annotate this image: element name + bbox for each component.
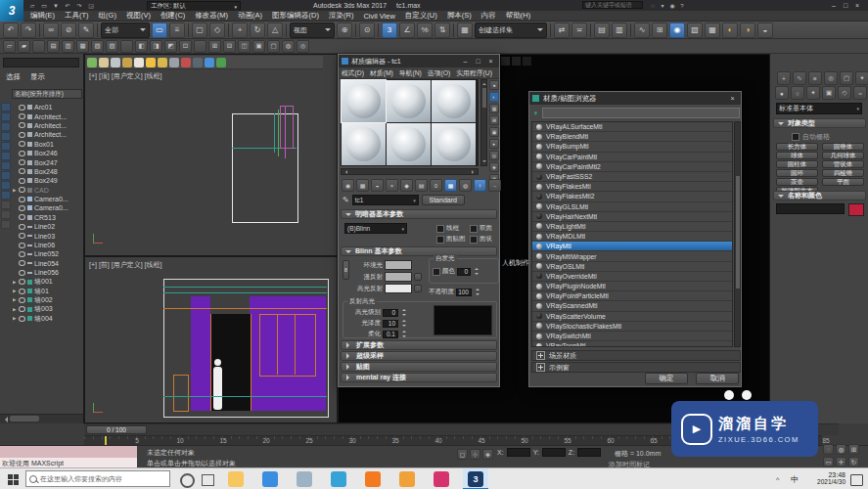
visibility-eye-icon[interactable] (19, 289, 25, 294)
background-icon[interactable]: ▦ (489, 104, 499, 113)
spinner-snap-icon[interactable]: ⇅ (434, 22, 450, 38)
menu-item[interactable]: 自定义(U) (400, 11, 442, 22)
visibility-eye-icon[interactable] (19, 297, 25, 303)
material-list-item[interactable]: VRayFlakesMtl (532, 182, 732, 192)
snaps-toggle-icon[interactable]: 3 (382, 22, 397, 38)
help-icon[interactable]: ? (677, 1, 687, 10)
schematic-view-icon[interactable]: ⊞ (652, 22, 667, 38)
visibility-eye-icon[interactable] (19, 151, 25, 156)
select-link-icon[interactable]: ∞ (43, 22, 59, 38)
app-pink-icon[interactable] (429, 468, 454, 489)
browser-search-input[interactable] (542, 108, 740, 118)
menu-item[interactable]: 组(G) (94, 11, 121, 22)
primitive-button[interactable]: 球体 (776, 152, 818, 159)
specular-level-field[interactable]: 0 (383, 309, 398, 317)
scene-object-row[interactable]: Box246 (13, 149, 84, 157)
visibility-eye-icon[interactable] (19, 316, 25, 322)
me-minimize-button[interactable]: – (460, 57, 471, 66)
browser-360-icon[interactable] (292, 468, 317, 489)
extra-tool-icon-14[interactable]: ◫ (238, 40, 251, 53)
filter-bones-icon[interactable] (1, 181, 11, 190)
scene-object-row[interactable]: Line02 (13, 222, 84, 231)
scene-object-row[interactable]: Line03 (13, 231, 84, 240)
specular-level-spinner[interactable] (400, 308, 407, 317)
material-list-item[interactable]: VRayPluginNodeMtl (532, 282, 732, 291)
sample-slot[interactable] (342, 123, 386, 165)
explorer-h-scrollbar[interactable] (0, 414, 83, 423)
put-to-scene-icon[interactable]: ▦ (356, 179, 369, 192)
material-list-item[interactable]: VRayToonMtl (532, 341, 732, 347)
scene-object-row[interactable]: Box01 (13, 140, 84, 149)
browser-group-header[interactable]: 场景材质 (531, 350, 741, 361)
material-list-item[interactable]: VRayHairNextMtl (532, 212, 732, 222)
material-list-item[interactable]: VRayCarPaintMtl2 (532, 162, 732, 172)
modify-tab-icon[interactable]: ∿ (793, 71, 806, 85)
scene-object-row[interactable]: Arc01 (13, 103, 84, 111)
extra-tool-icon-3[interactable]: ▤ (47, 40, 60, 53)
close-button[interactable]: × (851, 1, 863, 10)
ime-indicator[interactable]: 中 (791, 474, 799, 485)
teapot-primitive-icon[interactable] (122, 58, 132, 67)
menu-item[interactable]: 工具(T) (60, 11, 94, 22)
extra-tool-icon-6[interactable]: ▧ (91, 40, 104, 53)
visibility-eye-icon[interactable] (19, 178, 25, 184)
new-scene-icon[interactable]: ▱ (27, 1, 37, 10)
undo-icon[interactable]: ↶ (3, 22, 19, 38)
browser-group-header[interactable]: 示例窗 (531, 362, 741, 373)
separator[interactable] (286, 23, 287, 37)
extra-tool-icon-1[interactable]: ▱ (3, 40, 16, 53)
viewport-top-label[interactable]: [+] [顶] [用户定义] [线框] (89, 71, 161, 81)
orbit-icon[interactable]: ↻ (848, 457, 859, 467)
menu-item[interactable]: 修改器(M) (190, 11, 233, 22)
visibility-eye-icon[interactable] (19, 306, 25, 312)
camera-icon[interactable] (193, 58, 203, 67)
infocenter-search-button[interactable]: ◌ (648, 1, 658, 10)
minimize-button[interactable]: – (828, 1, 840, 10)
primitive-button[interactable]: 茶壶 (776, 178, 818, 186)
scene-object-row[interactable]: ▶ 墙001 (13, 277, 84, 286)
visibility-eye-icon[interactable] (19, 251, 25, 257)
rectangular-selection-icon[interactable]: ▢ (192, 22, 207, 38)
visibility-eye-icon[interactable] (19, 260, 25, 266)
select-object-icon[interactable]: ▭ (152, 22, 167, 38)
make-preview-icon[interactable]: ▸ (489, 139, 499, 149)
diffuse-map-button[interactable] (414, 273, 422, 281)
render-production-icon[interactable]: ◐ (722, 22, 738, 38)
scroll-left-arrow-icon[interactable] (2, 417, 8, 422)
material-list-item[interactable]: VRaySwitchMtl (532, 332, 732, 341)
explorer-search-input[interactable] (3, 58, 79, 67)
x-coordinate-field[interactable] (507, 448, 530, 457)
separator[interactable] (39, 23, 40, 37)
lights-category-icon[interactable]: ✦ (806, 86, 820, 100)
rotate-icon[interactable]: ↻ (250, 22, 265, 38)
sample-slot[interactable] (387, 123, 431, 165)
scene-object-row[interactable]: Box247 (13, 157, 84, 166)
3dsmax-logo[interactable]: 3 (0, 0, 23, 22)
menu-item[interactable]: 编辑(E) (25, 11, 60, 22)
visibility-eye-icon[interactable] (19, 168, 25, 174)
get-material-icon[interactable]: ◉ (342, 179, 354, 192)
show-end-result-icon[interactable]: ◍ (459, 179, 472, 192)
material-list-item[interactable]: VRayStochasticFlakesMtl (532, 322, 732, 332)
menu-item[interactable]: Civil View (358, 11, 399, 22)
extra-tool-icon-16[interactable]: ▢ (267, 40, 280, 53)
me-maximize-button[interactable]: □ (473, 57, 483, 66)
sample-type-icon[interactable]: ● (489, 80, 499, 90)
reset-map-icon[interactable]: × (386, 179, 398, 192)
menu-item[interactable]: 视图(V) (121, 11, 156, 22)
lock-ambient-diffuse-button[interactable]: 8 (343, 260, 349, 280)
me-menu-item[interactable]: 导航(N) (396, 67, 425, 78)
visibility-eye-icon[interactable] (19, 270, 25, 276)
make-unique-icon[interactable]: ◆ (400, 179, 413, 192)
named-selection-sets-dropdown[interactable]: 创建选择集 (475, 22, 547, 38)
sample-slot[interactable] (432, 123, 476, 165)
menu-item[interactable]: 脚本(S) (442, 11, 477, 22)
zoom-region-icon[interactable]: ▭ (823, 457, 834, 467)
visibility-eye-icon[interactable] (19, 243, 25, 248)
sample-tiling-icon[interactable]: ⊞ (489, 115, 499, 125)
wire-checkbox[interactable] (436, 225, 444, 233)
material-editor-titlebar[interactable]: 材质编辑器 - tc1 –□× (339, 55, 499, 67)
visibility-eye-icon[interactable] (19, 132, 25, 138)
extra-tool-icon-18[interactable]: ◎ (297, 40, 309, 53)
sphere-primitive-icon[interactable] (111, 58, 120, 67)
